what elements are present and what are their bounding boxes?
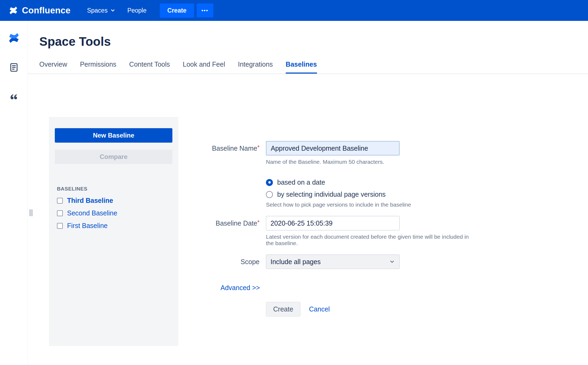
baseline-name-label: Baseline Name* bbox=[178, 141, 260, 155]
scope-row: Scope Include all pages bbox=[178, 254, 472, 269]
list-item: Third Baseline bbox=[55, 197, 172, 204]
baseline-name-help: Name of the Baseline. Maximum 50 charact… bbox=[266, 159, 472, 165]
baseline-name-row: Baseline Name* bbox=[178, 141, 472, 155]
baseline-name-label-text: Baseline Name bbox=[212, 145, 257, 152]
required-asterisk: * bbox=[257, 144, 260, 151]
baselines-list-heading: BASELINES bbox=[55, 186, 172, 192]
more-button[interactable]: ••• bbox=[197, 3, 213, 17]
scope-select-value: Include all pages bbox=[270, 258, 321, 266]
radio-checked-icon[interactable] bbox=[266, 179, 273, 186]
tab-overview[interactable]: Overview bbox=[39, 60, 67, 74]
form-actions: Create Cancel bbox=[266, 302, 472, 317]
list-item: First Baseline bbox=[55, 222, 172, 230]
baseline-checkbox[interactable] bbox=[57, 198, 63, 204]
nav-spaces[interactable]: Spaces bbox=[81, 0, 122, 21]
icon-sidebar bbox=[0, 21, 28, 365]
tab-baselines[interactable]: Baselines bbox=[286, 60, 317, 74]
new-baseline-button[interactable]: New Baseline bbox=[55, 128, 172, 143]
radio-based-on-date[interactable]: based on a date bbox=[266, 178, 472, 186]
quote-icon[interactable] bbox=[7, 90, 20, 103]
main-content: Space Tools Overview Permissions Content… bbox=[28, 21, 588, 365]
baseline-date-row: Baseline Date* bbox=[178, 216, 472, 230]
baseline-name-input[interactable] bbox=[266, 141, 400, 155]
brand-name: Confluence bbox=[22, 5, 71, 16]
panel-resize-handle[interactable] bbox=[30, 209, 32, 216]
tab-permissions[interactable]: Permissions bbox=[80, 60, 116, 74]
form-create-button[interactable]: Create bbox=[266, 302, 300, 317]
form-cancel-link[interactable]: Cancel bbox=[309, 305, 330, 313]
page-title: Space Tools bbox=[39, 34, 588, 49]
confluence-logo-icon bbox=[9, 6, 18, 15]
space-tools-tabs: Overview Permissions Content Tools Look … bbox=[39, 60, 588, 74]
app-shell: Space Tools Overview Permissions Content… bbox=[0, 21, 588, 365]
baselines-content: New Baseline Compare BASELINES Third Bas… bbox=[28, 74, 588, 346]
radio-individual-versions-label: by selecting individual page versions bbox=[277, 191, 386, 198]
chevron-down-icon bbox=[389, 259, 395, 265]
radio-individual-versions[interactable]: by selecting individual page versions bbox=[266, 191, 472, 198]
space-logo-icon[interactable] bbox=[7, 32, 20, 44]
required-asterisk: * bbox=[257, 219, 260, 226]
baseline-date-label-text: Baseline Date bbox=[216, 219, 257, 227]
baseline-link-third[interactable]: Third Baseline bbox=[67, 197, 113, 204]
new-baseline-form: Baseline Name* Name of the Baseline. Max… bbox=[178, 141, 472, 346]
top-navbar: Confluence Spaces People Create ••• bbox=[0, 0, 588, 21]
tab-integrations[interactable]: Integrations bbox=[238, 60, 273, 74]
nav-spaces-label: Spaces bbox=[87, 7, 108, 14]
scope-select[interactable]: Include all pages bbox=[266, 254, 400, 269]
baseline-mode-group: based on a date by selecting individual … bbox=[266, 178, 472, 198]
baseline-checkbox[interactable] bbox=[57, 223, 63, 229]
create-button[interactable]: Create bbox=[160, 3, 194, 18]
confluence-logo[interactable]: Confluence bbox=[9, 5, 71, 16]
baseline-date-input[interactable] bbox=[266, 216, 400, 230]
advanced-link[interactable]: Advanced >> bbox=[220, 284, 260, 292]
compare-button[interactable]: Compare bbox=[55, 150, 172, 164]
baselines-panel: New Baseline Compare BASELINES Third Bas… bbox=[49, 117, 178, 346]
scope-label: Scope bbox=[178, 254, 260, 269]
baseline-date-label: Baseline Date* bbox=[178, 216, 260, 230]
baseline-link-first[interactable]: First Baseline bbox=[67, 222, 107, 230]
baseline-date-help: Latest version for each document created… bbox=[266, 234, 472, 246]
pages-icon[interactable] bbox=[7, 61, 20, 74]
tab-look-and-feel[interactable]: Look and Feel bbox=[183, 60, 225, 74]
radio-based-on-date-label: based on a date bbox=[277, 178, 325, 186]
baseline-link-second[interactable]: Second Baseline bbox=[67, 209, 117, 217]
nav-people-label: People bbox=[127, 7, 146, 14]
chevron-down-icon bbox=[110, 8, 115, 13]
list-item: Second Baseline bbox=[55, 209, 172, 217]
nav-people[interactable]: People bbox=[121, 0, 152, 21]
tab-content-tools[interactable]: Content Tools bbox=[129, 60, 170, 74]
baseline-mode-help: Select how to pick page versions to incl… bbox=[266, 201, 472, 208]
radio-unchecked-icon[interactable] bbox=[266, 191, 273, 198]
baseline-checkbox[interactable] bbox=[57, 210, 63, 216]
